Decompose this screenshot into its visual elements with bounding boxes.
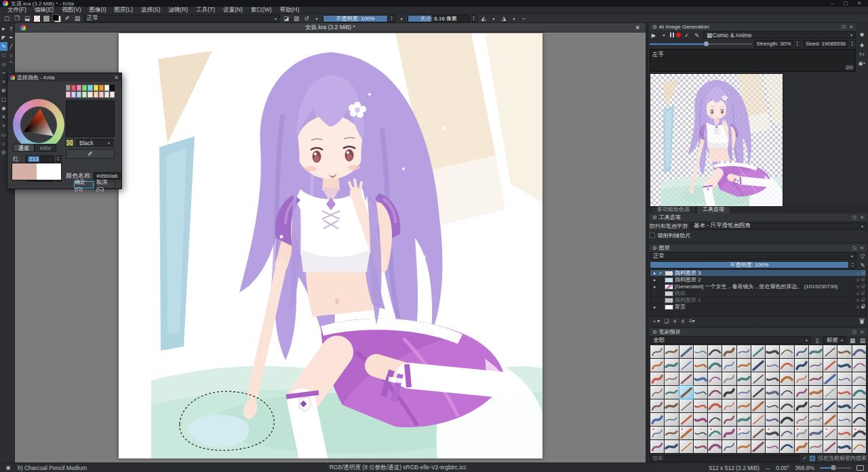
blend-mode-combo[interactable]: 正常▾ — [83, 15, 280, 22]
brush-preset[interactable]: ✕ — [766, 427, 779, 439]
close-docker-icon[interactable]: ✕ — [860, 245, 864, 251]
zoom-percentage[interactable]: 366.8% — [795, 465, 814, 471]
brush-preset[interactable] — [722, 399, 736, 412]
brush-preset[interactable] — [722, 427, 736, 439]
palette-list[interactable] — [66, 100, 115, 137]
select-shapes-tool[interactable]: ► — [0, 24, 7, 33]
tab-hsv[interactable]: HSV — [35, 144, 56, 152]
brush-preset[interactable] — [708, 399, 722, 412]
brush-preset[interactable] — [852, 359, 866, 372]
palette-grid-icon[interactable] — [66, 139, 74, 146]
canvas-angle[interactable]: 0.00° — [776, 465, 789, 471]
brush-preset[interactable] — [795, 359, 808, 372]
seed-spinbox[interactable]: Seed: 19085536 — [803, 40, 848, 47]
float-docker-icon[interactable]: ◳ — [852, 215, 857, 220]
color-triangle[interactable] — [24, 109, 54, 138]
collapse-icon[interactable]: ⊙ — [652, 24, 657, 30]
menu-item[interactable]: 视图(V) — [58, 6, 84, 14]
opacity-slider[interactable]: 不透明度: 100% — [323, 15, 388, 22]
palette-swatch[interactable] — [94, 92, 98, 98]
line-tool[interactable]: ╱ — [7, 42, 15, 51]
delete-layer-button[interactable] — [859, 319, 865, 324]
brush-preset[interactable] — [780, 440, 793, 453]
brush-preset[interactable] — [665, 399, 678, 412]
brush-preset[interactable] — [766, 399, 779, 412]
brush-preset[interactable] — [722, 440, 736, 453]
palette-swatch[interactable] — [71, 92, 76, 98]
close-docker-icon[interactable]: ✕ — [860, 215, 864, 220]
menu-item[interactable]: 编辑(E) — [31, 6, 57, 14]
brush-preset[interactable] — [737, 386, 751, 399]
strength-spinbox[interactable]: Strength: 30% — [754, 40, 794, 47]
calligraphy-tool[interactable]: ✒ — [7, 33, 15, 42]
menu-item[interactable]: 窗口(W) — [248, 6, 275, 14]
brush-preset[interactable] — [852, 345, 866, 358]
add-layer-icon[interactable]: ▣+ — [859, 61, 866, 66]
reload-preset-icon[interactable]: ↺ — [302, 15, 311, 22]
menu-item[interactable]: 文件(F) — [4, 6, 30, 14]
mirror-vertical-dropdown[interactable]: ▾ — [510, 15, 518, 22]
document-close-icon[interactable]: ✕ — [635, 24, 640, 31]
brush-preset[interactable] — [852, 386, 866, 399]
layer-properties-button[interactable]: ≡▾ — [689, 318, 695, 324]
brush-size-slider[interactable]: 大小: 6.16 像素 — [408, 15, 470, 22]
brush-preset[interactable] — [737, 399, 751, 412]
menu-item[interactable]: 滤镜(R) — [165, 6, 191, 14]
brush-preset[interactable] — [852, 413, 866, 426]
rotation-icon[interactable]: ↔ — [765, 465, 771, 471]
play-dropdown-icon[interactable]: ▾ — [660, 31, 668, 39]
apply-check-icon[interactable]: ✓ — [683, 31, 691, 39]
strength-spinner[interactable]: ▴▾ — [795, 40, 801, 47]
eyedropper-button[interactable]: ✐ — [66, 149, 115, 159]
brush-preset[interactable] — [722, 386, 736, 399]
size-spinner[interactable]: ▴▾ — [472, 15, 477, 22]
brush-preset[interactable] — [694, 399, 707, 412]
minimize-button[interactable]: – — [831, 1, 834, 6]
layer-opacity-slider[interactable]: 不透明度: 100% — [650, 261, 849, 269]
brush-preset[interactable] — [708, 345, 722, 358]
palette-swatch[interactable] — [66, 85, 71, 91]
move-layer-up-button[interactable]: ∧ — [681, 318, 685, 324]
brush-preset[interactable] — [780, 413, 793, 426]
brush-preset[interactable] — [823, 440, 837, 453]
brush-preset[interactable] — [823, 413, 837, 426]
ai-progress-slider[interactable] — [650, 41, 752, 47]
brush-preset[interactable] — [766, 413, 779, 426]
ai-style-combo[interactable]: ▦ Comic & Anime▾ — [703, 31, 856, 39]
rectangle-tool[interactable]: □ — [0, 51, 7, 60]
generate-play-icon[interactable]: ▶ — [650, 31, 658, 39]
brush-preset[interactable] — [780, 386, 793, 399]
brush-preset[interactable] — [852, 440, 866, 453]
brush-preset[interactable]: ✕ — [679, 427, 693, 439]
eraser-mode-icon[interactable]: ◪ — [282, 15, 290, 22]
brush-preset[interactable] — [795, 399, 808, 412]
palette-swatch[interactable] — [87, 85, 92, 91]
brush-preset[interactable] — [737, 440, 751, 453]
brush-preset[interactable] — [679, 359, 693, 372]
brush-preset[interactable] — [837, 345, 851, 358]
brush-preset[interactable] — [809, 372, 823, 385]
color-wheel[interactable] — [13, 99, 64, 151]
brush-preset[interactable] — [650, 399, 664, 412]
brush-preset[interactable] — [708, 413, 722, 426]
brush-preset[interactable] — [650, 372, 664, 385]
brush-preset[interactable] — [679, 372, 693, 385]
brush-editor-icon[interactable]: ▤ — [73, 15, 81, 22]
brush-preset[interactable] — [751, 440, 765, 453]
brush-preset[interactable] — [650, 359, 664, 372]
brush-preset[interactable] — [809, 399, 823, 412]
new-document-icon[interactable]: ▢ — [3, 15, 11, 22]
palette-swatch[interactable] — [77, 92, 81, 98]
canvas[interactable] — [119, 33, 542, 458]
brush-preset[interactable] — [795, 386, 808, 399]
brush-preset[interactable] — [751, 372, 765, 385]
brush-preset[interactable] — [751, 413, 765, 426]
brush-preset[interactable] — [795, 345, 808, 358]
palette-swatch[interactable] — [82, 92, 87, 98]
brush-preset[interactable] — [809, 345, 823, 358]
add-text-icon[interactable]: T+ — [859, 52, 865, 57]
brush-preset[interactable] — [795, 413, 808, 426]
settings-gear-icon[interactable]: ✱ — [860, 32, 865, 38]
dropdown-icon[interactable]: ▾ — [313, 15, 321, 22]
red-value-input[interactable]: 213 — [26, 155, 54, 163]
